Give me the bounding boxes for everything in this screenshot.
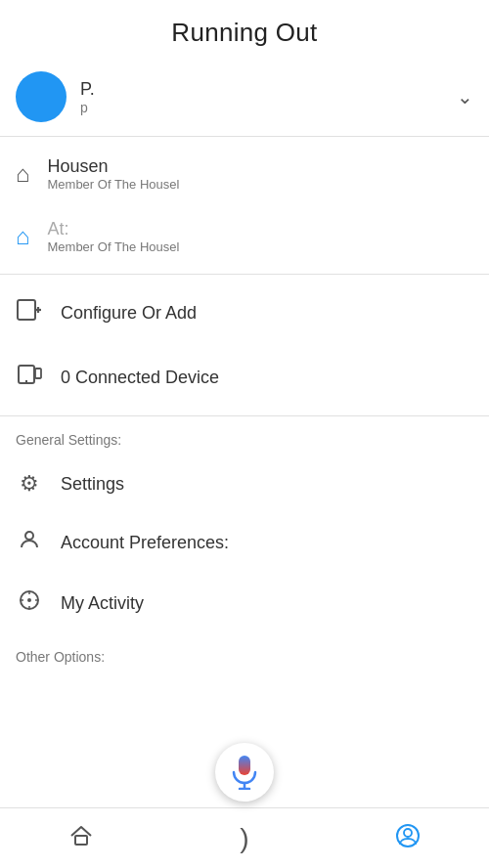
menu-nav-icon: ) bbox=[240, 823, 248, 854]
voice-search-button[interactable] bbox=[215, 743, 274, 802]
configure-action[interactable]: Configure Or Add bbox=[0, 281, 489, 345]
bottom-navigation: ) bbox=[0, 807, 489, 868]
gear-icon: ⚙ bbox=[16, 471, 43, 497]
account-nav-icon bbox=[395, 823, 421, 854]
connected-devices-action[interactable]: 0 Connected Device bbox=[0, 345, 489, 410]
household-name-1: Housen bbox=[48, 156, 180, 177]
add-device-icon bbox=[16, 296, 43, 329]
household-item-2[interactable]: ⌂ At: Member Of The Housel bbox=[0, 205, 489, 268]
home-nav-icon bbox=[68, 823, 94, 854]
account-icon bbox=[16, 528, 43, 557]
app-header: Running Out bbox=[0, 0, 489, 58]
nav-menu[interactable]: ) bbox=[215, 809, 274, 868]
household-text-2: At: Member Of The Housel bbox=[48, 219, 180, 254]
connected-devices-label: 0 Connected Device bbox=[61, 368, 219, 388]
home-active-icon: ⌂ bbox=[16, 223, 30, 250]
svg-rect-14 bbox=[239, 756, 250, 775]
account-preferences-label: Account Preferences: bbox=[61, 533, 229, 553]
nav-account[interactable] bbox=[378, 809, 437, 868]
settings-item[interactable]: ⚙ Settings bbox=[0, 456, 489, 512]
svg-rect-0 bbox=[18, 300, 35, 320]
home-icon: ⌂ bbox=[16, 160, 30, 188]
my-activity-item[interactable]: My Activity bbox=[0, 573, 489, 633]
compass-icon bbox=[16, 588, 43, 618]
household-item-1[interactable]: ⌂ Housen Member Of The Housel bbox=[0, 143, 489, 205]
chevron-down-icon: ⌄ bbox=[457, 85, 473, 108]
svg-point-9 bbox=[27, 598, 31, 602]
user-section[interactable]: P. p ⌄ bbox=[0, 58, 489, 137]
settings-label: Settings bbox=[61, 474, 124, 495]
general-settings-header: General Settings: bbox=[0, 416, 489, 452]
app-title: Running Out bbox=[171, 18, 317, 48]
settings-section: ⚙ Settings Account Preferences: My Activ… bbox=[0, 452, 489, 637]
household-section: ⌂ Housen Member Of The Housel ⌂ At: Memb… bbox=[0, 137, 489, 275]
connected-device-icon bbox=[16, 361, 43, 394]
user-sub: p bbox=[80, 100, 443, 115]
configure-label: Configure Or Add bbox=[61, 303, 197, 324]
avatar bbox=[16, 71, 67, 122]
other-options-header: Other Options: bbox=[0, 637, 489, 669]
actions-section: Configure Or Add 0 Connected Device bbox=[0, 275, 489, 416]
household-text-1: Housen Member Of The Housel bbox=[48, 156, 180, 192]
svg-rect-4 bbox=[35, 369, 41, 378]
user-name: P. bbox=[80, 79, 443, 100]
svg-point-7 bbox=[25, 532, 33, 540]
user-info: P. p bbox=[80, 79, 443, 115]
svg-rect-17 bbox=[75, 836, 87, 845]
my-activity-label: My Activity bbox=[61, 593, 144, 614]
svg-point-19 bbox=[404, 829, 412, 837]
household-role-2: Member Of The Housel bbox=[48, 239, 180, 254]
nav-home[interactable] bbox=[52, 809, 111, 868]
household-name-2: At: bbox=[48, 219, 180, 239]
account-preferences-item[interactable]: Account Preferences: bbox=[0, 512, 489, 573]
household-role-1: Member Of The Housel bbox=[48, 177, 180, 192]
